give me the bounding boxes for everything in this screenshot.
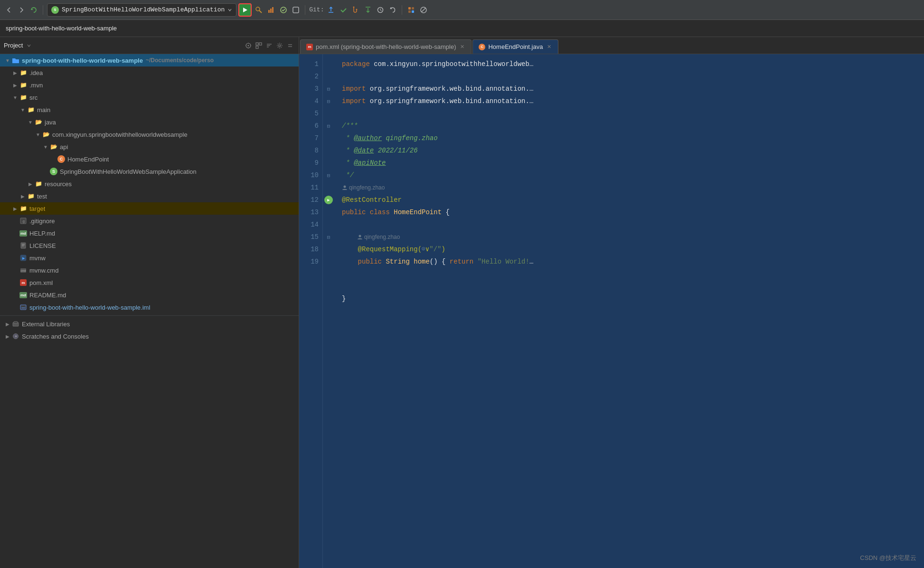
gitignore-file-item[interactable]: ▶ .g .gitignore (0, 215, 299, 227)
readme-file-item[interactable]: ▶ md README.md (0, 289, 299, 301)
pom-file-item[interactable]: ▶ m pom.xml (0, 276, 299, 289)
gutter-3: ⊟ (323, 83, 334, 95)
src-folder-item[interactable]: ▼ 📁 src (0, 91, 299, 104)
code-line-7: * @author qingfeng.zhao (342, 132, 924, 144)
main-folder-item[interactable]: ▼ 📁 main (0, 104, 299, 116)
fold-icon-6[interactable]: ⊟ (327, 123, 330, 129)
pkg-folder-item[interactable]: ▼ 📂 com.xingyun.springbootwithhelloworld… (0, 128, 299, 141)
git-branch-icon[interactable] (350, 5, 361, 15)
home-tab[interactable]: C HomeEndPoint.java ✕ (472, 39, 558, 54)
home-tab-close-button[interactable]: ✕ (546, 44, 552, 50)
code-line-12: public class HomeEndPoint { (342, 206, 924, 218)
code-line-6: /*** (342, 120, 924, 132)
git-history-icon[interactable] (375, 5, 386, 15)
mvnw-cmd-file-item[interactable]: ▶ cmd mvnw.cmd (0, 264, 299, 276)
external-libs-item[interactable]: ▶ External Libraries (0, 318, 299, 330)
revert-button[interactable] (28, 5, 39, 15)
pom-tab-close-button[interactable]: ✕ (459, 44, 465, 50)
target-folder-item[interactable]: ▶ 📁 target (0, 202, 299, 215)
fold-icon-10[interactable]: ⊟ (327, 172, 330, 179)
idea-folder-item[interactable]: ▶ 📁 .idea (0, 66, 299, 79)
git-push-icon[interactable] (326, 5, 336, 15)
root-item[interactable]: ▼ spring-boot-with-hello-world-web-sampl… (0, 54, 299, 66)
target-folder-name: target (29, 205, 45, 212)
forward-button[interactable] (16, 5, 27, 15)
code-content[interactable]: package com.xingyun.springbootwithhellow… (334, 54, 924, 568)
sidebar-dropdown-icon[interactable] (27, 43, 31, 48)
home-tab-icon: C (479, 44, 485, 50)
git-section: Git: (309, 6, 324, 13)
mapping-path: "/" (429, 243, 441, 256)
git-pull-icon[interactable] (363, 5, 373, 15)
svg-rect-26 (259, 43, 262, 45)
sidebar-title: Project (4, 42, 23, 49)
plugins-icon[interactable] (406, 5, 416, 15)
import-kw-4: import (342, 95, 370, 107)
ln-9: 9 (299, 157, 319, 169)
javadoc-star-7: * (342, 132, 354, 144)
request-mapping-annotation-2: ∨ (425, 243, 429, 256)
ln-19: 19 (299, 256, 319, 268)
fold-icon-15[interactable]: ⊟ (327, 234, 330, 240)
package-name: com.xingyun.springbootwithhelloworldweb (374, 58, 529, 70)
test-folder-icon: 📁 (27, 192, 35, 200)
fold-icon-4[interactable]: ⊟ (327, 98, 330, 104)
license-file-item[interactable]: ▶ LICENSE (0, 239, 299, 252)
undo-icon[interactable] (387, 5, 398, 15)
help-md-icon: md (19, 229, 28, 237)
springbootapp-file-item[interactable]: ▶ S SpringBootWithHelloWorldWebSampleApp… (0, 165, 299, 178)
run-button[interactable] (238, 3, 252, 17)
sort-icon[interactable] (264, 41, 274, 50)
code-line-5 (342, 107, 924, 120)
idea-folder-icon: 📁 (19, 68, 28, 77)
git-check-icon[interactable] (338, 5, 349, 15)
gutter-16 (323, 243, 334, 256)
no-icon[interactable] (418, 5, 429, 15)
svg-rect-36 (21, 243, 26, 248)
homeendpoint-file-item[interactable]: ▶ C HomeEndPoint (0, 153, 299, 165)
resources-folder-item[interactable]: ▶ 📁 resources (0, 178, 299, 190)
java-folder-item[interactable]: ▼ 📂 java (0, 116, 299, 128)
collapse-all-icon[interactable] (254, 41, 264, 50)
gutter-9 (323, 157, 334, 169)
code-line-15: public String home () { return "Hello Wo… (342, 256, 924, 268)
settings-icon[interactable] (275, 41, 284, 50)
more-run-button[interactable] (291, 5, 301, 15)
import-pkg-4: org.springframework.web.bind.annotation. (370, 95, 529, 107)
scratches-icon: ☀ (11, 332, 20, 341)
help-file-item[interactable]: ▶ md HELP.md (0, 227, 299, 239)
svg-text:cmd: cmd (20, 269, 26, 272)
mvnw-file-item[interactable]: ▶ ▶ mvnw (0, 252, 299, 264)
run-class-gutter-icon[interactable]: ▶ (324, 196, 333, 204)
debug-button[interactable] (254, 5, 264, 15)
api-arrow-icon: ▼ (42, 144, 49, 150)
gutter-8 (323, 144, 334, 157)
mvnw-cmd-file-name: mvnw.cmd (29, 267, 58, 274)
scratches-item[interactable]: ▶ ☀ Scratches and Consoles (0, 330, 299, 342)
svg-rect-3 (268, 10, 270, 13)
svg-rect-5 (272, 7, 273, 13)
license-file-name: LICENSE (29, 242, 56, 249)
java-folder-icon: 📂 (34, 118, 43, 126)
sep3 (402, 5, 402, 15)
back-button[interactable] (4, 5, 14, 15)
api-folder-item[interactable]: ▼ 📂 api (0, 141, 299, 153)
close-sidebar-icon[interactable] (285, 41, 295, 50)
root-folder-name: spring-boot-with-hello-world-web-sample (22, 57, 143, 64)
mvn-folder-item[interactable]: ▶ 📁 .mvn (0, 79, 299, 91)
window-title-text: spring-boot-with-hello-world-web-sample (6, 25, 117, 32)
test-folder-item[interactable]: ▶ 📁 test (0, 190, 299, 202)
code-line-13 (342, 218, 924, 231)
iml-file-item[interactable]: ▶ iml spring-boot-with-hello-world-web-s… (0, 301, 299, 313)
coverage-button[interactable] (278, 5, 289, 15)
fold-icon-3[interactable]: ⊟ (327, 86, 330, 92)
java-arrow-icon: ▼ (27, 120, 34, 125)
sep1 (43, 5, 43, 15)
public-keyword-15: public (358, 256, 386, 268)
profile-button[interactable] (266, 5, 276, 15)
locate-icon[interactable] (244, 41, 253, 50)
pom-tab[interactable]: m pom.xml (spring-boot-with-hello-world-… (300, 39, 471, 54)
request-mapping-annotation: @RequestMapping( (358, 243, 422, 256)
code-user-annotation-2: qingfeng.zhao (342, 231, 924, 243)
run-config-selector[interactable]: S SpringBootWithHelloWorldWebSampleAppli… (47, 3, 236, 17)
